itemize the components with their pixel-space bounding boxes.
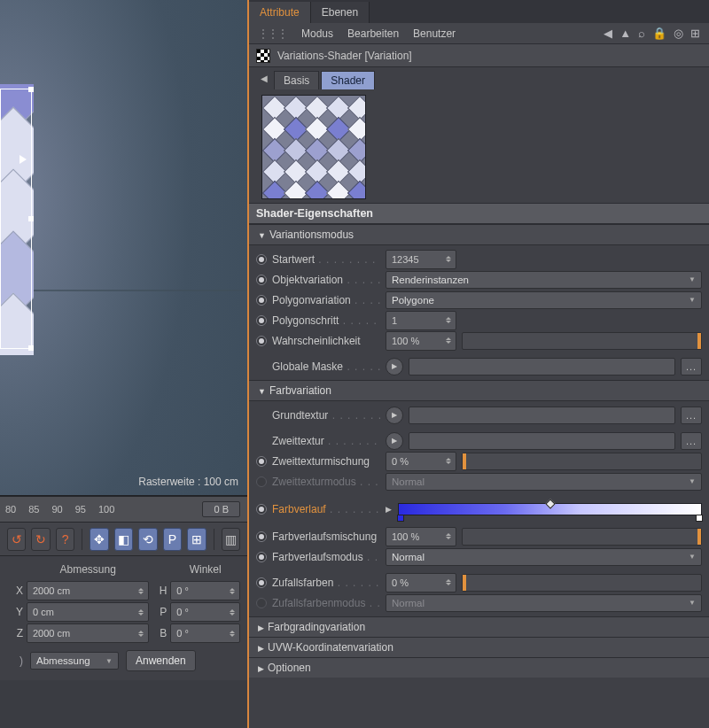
label-grad: Farbverlauf (272, 503, 380, 515)
radio-randcol[interactable] (256, 577, 267, 588)
breadcrumb-label: Variations-Shader [Variation] (277, 50, 412, 62)
tick: 95 (75, 504, 86, 515)
sectex-slot[interactable] (409, 432, 675, 450)
input-secmix[interactable]: 0 % (386, 452, 456, 471)
undo-icon[interactable]: ↺ (7, 528, 26, 551)
scale-mode-dropdown[interactable]: Abmessung▼ (30, 652, 119, 670)
dropdown-objvar[interactable]: Renderinstanzen▼ (386, 271, 702, 289)
mask-browse-button[interactable]: ... (681, 358, 702, 376)
menu-mode[interactable]: Modus (301, 27, 333, 40)
handle-tr[interactable] (28, 87, 34, 92)
radio-gradmode[interactable] (256, 552, 267, 562)
dropdown-gradmode[interactable]: Normal▼ (386, 548, 702, 566)
frames-icon[interactable]: ▥ (222, 528, 240, 551)
new-icon[interactable]: ⊞ (690, 27, 700, 40)
radio-prob[interactable] (256, 336, 267, 346)
redo-icon[interactable]: ↻ (31, 528, 50, 551)
group-color[interactable]: ▼Farbvariation (249, 380, 709, 401)
dropdown-secmode: Normal▼ (386, 473, 702, 491)
shader-preview[interactable] (261, 95, 366, 199)
slider-prob[interactable] (462, 332, 702, 350)
size-Y[interactable]: 0 cm (27, 602, 149, 622)
up-icon[interactable]: ▲ (619, 27, 631, 40)
viewport[interactable]: Rasterweite : 100 cm (0, 0, 247, 496)
input-polystep[interactable]: 1 (386, 311, 456, 330)
psr-icon[interactable]: P (163, 528, 182, 551)
tick: 100 (98, 504, 114, 515)
section-shader-props: Shader-Eigenschaften (249, 203, 709, 224)
apply-button[interactable]: Anwenden (126, 650, 196, 671)
group-variation[interactable]: ▼Variantionsmodus (249, 224, 709, 245)
handle-br[interactable] (28, 345, 34, 351)
dropdown-polyvar[interactable]: Polygone▼ (386, 291, 702, 309)
subtab-basis[interactable]: Basis (274, 71, 319, 89)
label-randmode: Zufallsfarbenmodus (272, 597, 380, 609)
tool-toolbar: ↺↻?✥◧⟲P⊞▥ (0, 523, 247, 556)
menu-user[interactable]: Benutzer (413, 27, 456, 40)
timeline-ruler[interactable]: 80 85 90 95 100 (5, 504, 199, 515)
input-seed[interactable]: 12345 (386, 250, 456, 269)
radio-seed[interactable] (256, 254, 267, 265)
size-X[interactable]: 2000 cm (27, 581, 149, 600)
angle-axis-label: P (151, 602, 168, 622)
angle-axis-label: H (151, 581, 168, 600)
scale-icon[interactable]: ◧ (114, 528, 133, 551)
input-randcol[interactable]: 0 % (386, 573, 456, 592)
label-basetex: Grundtextur (272, 409, 380, 422)
radio-grad[interactable] (256, 504, 267, 515)
lock-icon[interactable]: 🔒 (652, 27, 666, 40)
label-secmode: Zweittexturmodus (272, 476, 380, 488)
input-prob[interactable]: 100 % (386, 331, 456, 351)
radio-gradmix[interactable] (256, 531, 267, 542)
basetex-slot[interactable] (409, 407, 675, 424)
grad-expand-icon[interactable]: ▶ (386, 505, 393, 514)
sectex-browse-button[interactable]: ... (681, 432, 702, 450)
gradient-stop-right[interactable] (696, 515, 703, 522)
label-polyvar: Polygonvariation (272, 294, 380, 306)
move-icon[interactable]: ✥ (90, 528, 108, 551)
axis-label: X (7, 581, 25, 600)
group-options[interactable]: ▶Optionen (249, 657, 709, 678)
sectex-arrow-button[interactable]: ▶ (386, 432, 403, 450)
label-randcol: Zufallsfarben (272, 577, 380, 589)
gradient-knob[interactable] (545, 499, 555, 508)
timeline[interactable]: 80 85 90 95 100 0 B (0, 496, 247, 523)
size-Z[interactable]: 2000 cm (27, 623, 149, 643)
angle-H[interactable]: 0 ° (170, 581, 240, 600)
target-icon[interactable]: ◎ (674, 27, 683, 40)
help-icon[interactable]: ? (56, 528, 74, 551)
slider-gradmix[interactable] (462, 528, 702, 546)
radio-secmix[interactable] (256, 456, 267, 467)
mask-texture-slot[interactable] (409, 358, 675, 376)
current-frame[interactable]: 0 B (202, 501, 240, 517)
input-gradmix[interactable]: 100 % (386, 527, 456, 546)
gradient-stop-left[interactable] (397, 515, 404, 522)
tab-layers[interactable]: Ebenen (311, 2, 370, 23)
subtab-prev-icon[interactable]: ◀ (256, 71, 272, 89)
subtab-shader[interactable]: Shader (321, 71, 375, 89)
angle-B[interactable]: 0 ° (170, 623, 240, 643)
handle-mr[interactable] (28, 216, 34, 221)
slider-randcol[interactable] (462, 574, 702, 592)
radio-polystep[interactable] (256, 315, 267, 326)
tab-attribute[interactable]: Attribute (249, 2, 311, 23)
viewport-canvas[interactable] (0, 0, 247, 495)
basetex-browse-button[interactable]: ... (681, 407, 702, 424)
basetex-arrow-button[interactable]: ▶ (386, 407, 403, 424)
search-icon[interactable]: ⌕ (638, 27, 645, 40)
label-secmix: Zweittexturmischung (272, 455, 380, 468)
angle-P[interactable]: 0 ° (170, 602, 240, 622)
gradient-editor[interactable] (398, 503, 702, 515)
radio-polyvar[interactable] (256, 295, 267, 306)
axis-icon[interactable]: ⊞ (187, 528, 206, 551)
slider-secmix[interactable] (462, 453, 702, 470)
group-grading[interactable]: ▶Farbgradingvariation (249, 616, 709, 637)
radio-objvar[interactable] (256, 275, 267, 285)
rotate-icon[interactable]: ⟲ (138, 528, 157, 551)
mask-arrow-button[interactable]: ▶ (386, 358, 403, 376)
menu-edit[interactable]: Bearbeiten (347, 27, 399, 40)
grip-icon[interactable]: ⋮⋮⋮ (258, 27, 287, 40)
back-icon[interactable]: ◀ (604, 27, 612, 40)
selection-box[interactable] (0, 89, 32, 349)
group-uvw[interactable]: ▶UVW-Koordinatenvariation (249, 637, 709, 657)
